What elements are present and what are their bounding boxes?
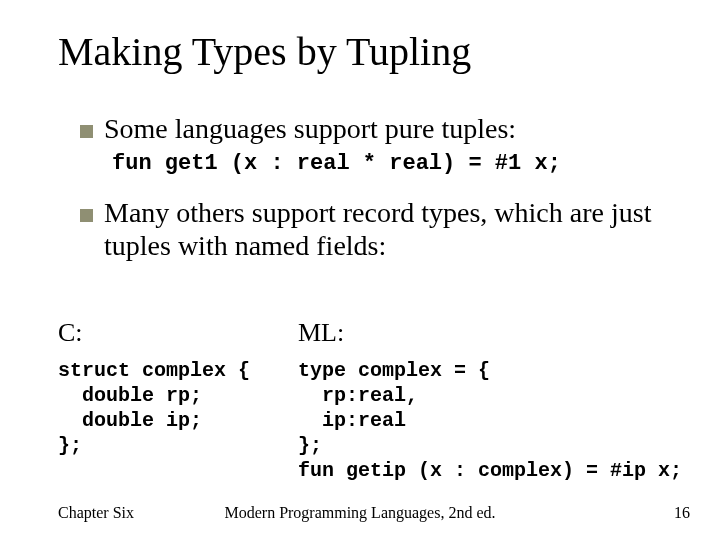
slide-body: Some languages support pure tuples: fun … [80, 112, 680, 268]
footer-page-number: 16 [674, 504, 690, 522]
square-bullet-icon [80, 125, 93, 138]
code-columns: C: struct complex { double rp; double ip… [58, 318, 678, 483]
footer-book-title: Modern Programming Languages, 2nd ed. [0, 504, 720, 522]
code-block-c: struct complex { double rp; double ip; }… [58, 358, 298, 458]
column-label: ML: [298, 318, 682, 348]
column-c: C: struct complex { double rp; double ip… [58, 318, 298, 483]
bullet-item: Some languages support pure tuples: [80, 112, 680, 145]
bullet-text: Many others support record types, which … [104, 196, 680, 262]
column-ml: ML: type complex = { rp:real, ip:real };… [298, 318, 682, 483]
column-label: C: [58, 318, 298, 348]
slide-title: Making Types by Tupling [58, 28, 471, 75]
square-bullet-icon [80, 209, 93, 222]
bullet-text: Some languages support pure tuples: [104, 112, 516, 145]
code-block-ml: type complex = { rp:real, ip:real }; fun… [298, 358, 682, 483]
slide: Making Types by Tupling Some languages s… [0, 0, 720, 540]
code-snippet: fun get1 (x : real * real) = #1 x; [112, 151, 680, 176]
bullet-item: Many others support record types, which … [80, 196, 680, 262]
